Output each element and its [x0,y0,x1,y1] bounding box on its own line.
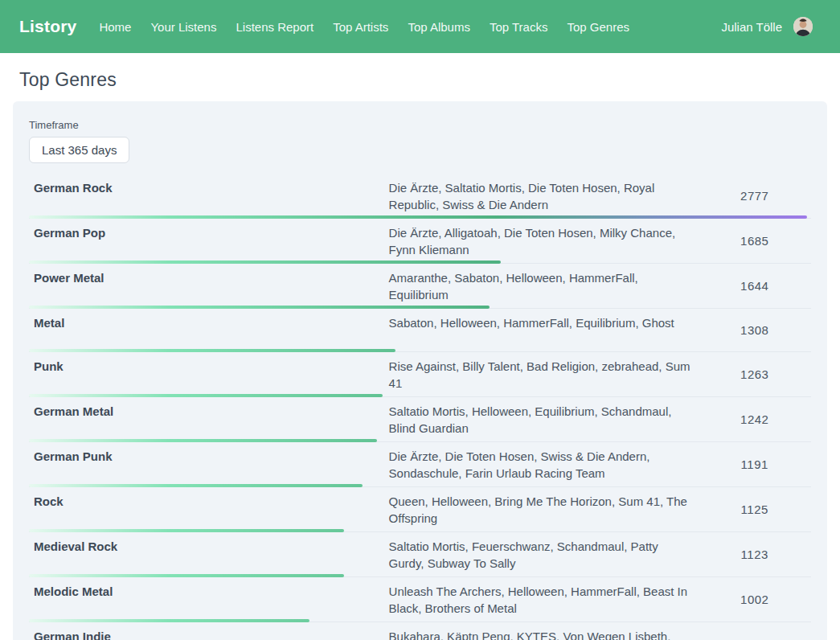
genre-count: 926 [710,638,812,640]
genre-count: 2777 [710,189,812,203]
genre-row: Rock Queen, Helloween, Bring Me The Hori… [29,487,811,532]
page-content: Top Genres Timeframe Last 365 days Germa… [0,69,840,640]
genre-name: German Punk [29,446,389,465]
genre-count: 1308 [710,323,812,337]
genre-artists: Saltatio Mortis, Feuerschwanz, Schandmau… [389,536,710,572]
genre-artists: Die Ärzte, Saltatio Mortis, Die Toten Ho… [389,178,710,213]
nav-item-top-genres[interactable]: Top Genres [567,20,629,34]
nav-item-top-artists[interactable]: Top Artists [333,20,388,34]
genre-artists: Sabaton, Helloween, HammerFall, Equilibr… [389,313,710,331]
genre-name: German Metal [29,401,389,420]
genre-row: Power Metal Amaranthe, Sabaton, Hellowee… [29,264,811,309]
genre-artists: Queen, Helloween, Bring Me The Horizon, … [389,491,710,527]
genre-artists: Die Ärzte, Alligatoah, Die Toten Hosen, … [389,223,710,258]
nav-item-your-listens[interactable]: Your Listens [150,20,216,34]
nav-item-listens-report[interactable]: Listens Report [236,20,313,34]
genre-artists: Amaranthe, Sabaton, Helloween, HammerFal… [389,268,710,303]
genre-count: 1263 [710,367,812,381]
user-name: Julian Tölle [721,20,782,34]
timeframe-label: Timeframe [29,119,811,131]
genre-row: German Punk Die Ärzte, Die Toten Hosen, … [29,442,811,487]
genre-name: Punk [29,356,389,375]
genre-row: German Indie Bukahara, Käptn Peng, KYTES… [29,622,811,640]
user-menu[interactable]: Julian Tölle [721,17,813,36]
genre-name: Power Metal [29,268,389,286]
genre-row: Punk Rise Against, Billy Talent, Bad Rel… [29,352,811,397]
genre-row: German Metal Saltatio Mortis, Helloween,… [29,397,811,442]
top-genres-card: Timeframe Last 365 days German Rock Die … [13,101,827,640]
genre-count: 1644 [710,279,812,293]
genre-artists: Bukahara, Käptn Peng, KYTES, Von Wegen L… [389,626,710,640]
genres-table: German Rock Die Ärzte, Saltatio Mortis, … [29,174,811,640]
page-title: Top Genres [19,69,821,91]
genre-name: German Rock [29,178,389,196]
genre-artists: Unleash The Archers, Helloween, HammerFa… [389,581,710,617]
avatar-image [793,17,813,36]
timeframe-selector[interactable]: Last 365 days [29,137,129,163]
genre-count: 1191 [710,457,812,471]
genre-row: Medieval Rock Saltatio Mortis, Feuerschw… [29,532,811,577]
brand-logo[interactable]: Listory [19,17,76,36]
genre-name: Rock [29,491,389,510]
genre-name: Melodic Metal [29,581,389,600]
genre-name: German Indie [29,626,389,640]
nav-menu: Home Your Listens Listens Report Top Art… [99,20,629,34]
genre-count: 1125 [710,503,812,516]
genre-name: German Pop [29,223,389,241]
top-nav: Listory Home Your Listens Listens Report… [0,0,840,53]
nav-item-top-tracks[interactable]: Top Tracks [490,20,548,34]
genre-row: Melodic Metal Unleash The Archers, Hello… [29,577,811,622]
genre-name: Metal [29,313,389,331]
genre-row: Metal Sabaton, Helloween, HammerFall, Eq… [29,309,811,352]
genre-name: Medieval Rock [29,536,389,555]
nav-item-home[interactable]: Home [99,20,131,34]
genre-artists: Die Ärzte, Die Toten Hosen, Swiss & Die … [389,446,710,482]
user-avatar[interactable] [793,17,813,36]
genre-count: 1242 [710,412,812,426]
genre-row: German Pop Die Ärzte, Alligatoah, Die To… [29,219,811,264]
genre-artists: Saltatio Mortis, Helloween, Equilibrium,… [389,401,710,437]
genre-count: 1685 [710,234,812,248]
genre-row: German Rock Die Ärzte, Saltatio Mortis, … [29,174,811,219]
genre-count: 1123 [710,548,812,561]
genre-artists: Rise Against, Billy Talent, Bad Religion… [389,356,710,392]
genre-count: 1002 [710,593,812,606]
nav-item-top-albums[interactable]: Top Albums [408,20,470,34]
